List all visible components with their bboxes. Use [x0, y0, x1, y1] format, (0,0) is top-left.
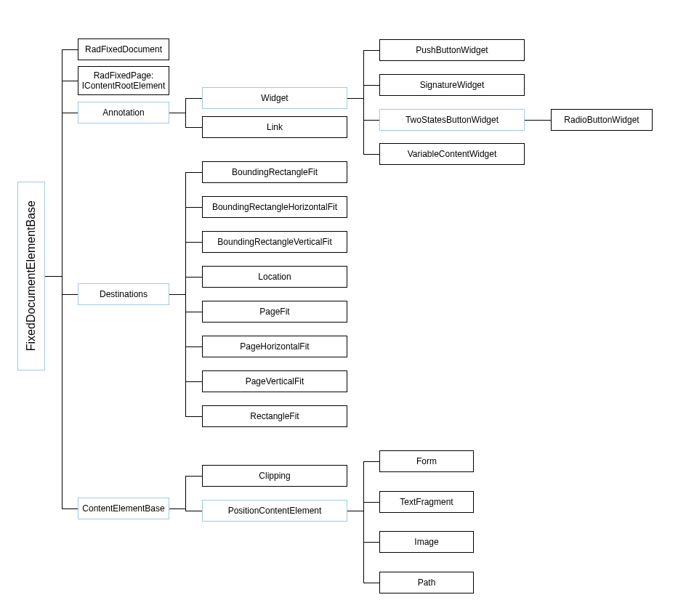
- node-rad-fixed-document: RadFixedDocument: [78, 38, 169, 60]
- node-text-fragment: TextFragment: [379, 491, 474, 513]
- node-image: Image: [379, 531, 474, 553]
- node-label: FixedDocumentElementBase: [25, 200, 38, 351]
- node-form: Form: [379, 450, 474, 472]
- node-signature-widget: SignatureWidget: [379, 74, 525, 96]
- node-bounding-rectangle-vertical-fit: BoundingRectangleVerticalFit: [202, 231, 347, 253]
- node-two-states-button-widget: TwoStatesButtonWidget: [379, 109, 525, 131]
- node-path: Path: [379, 572, 474, 593]
- node-content-element-base: ContentElementBase: [78, 498, 169, 519]
- node-destinations: Destinations: [78, 283, 169, 305]
- node-link: Link: [202, 116, 347, 138]
- node-annotation: Annotation: [78, 102, 169, 123]
- node-position-content-element: PositionContentElement: [202, 500, 347, 522]
- node-bounding-rectangle-fit: BoundingRectangleFit: [202, 161, 347, 183]
- node-page-horizontal-fit: PageHorizontalFit: [202, 336, 347, 357]
- node-widget: Widget: [202, 87, 347, 109]
- diagram-canvas: FixedDocumentElementBase RadFixedDocumen…: [0, 0, 678, 616]
- node-fixed-document-element-base: FixedDocumentElementBase: [17, 182, 45, 370]
- node-page-vertical-fit: PageVerticalFit: [202, 370, 347, 392]
- node-push-button-widget: PushButtonWidget: [379, 39, 525, 61]
- node-location: Location: [202, 266, 347, 288]
- node-radio-button-widget: RadioButtonWidget: [551, 109, 653, 131]
- node-page-fit: PageFit: [202, 301, 347, 323]
- node-rectangle-fit: RectangleFit: [202, 405, 347, 427]
- node-rad-fixed-page: RadFixedPage: IContentRootElement: [78, 66, 169, 95]
- node-variable-content-widget: VariableContentWidget: [379, 143, 525, 165]
- node-bounding-rectangle-horizontal-fit: BoundingRectangleHorizontalFit: [202, 196, 347, 218]
- node-clipping: Clipping: [202, 465, 347, 487]
